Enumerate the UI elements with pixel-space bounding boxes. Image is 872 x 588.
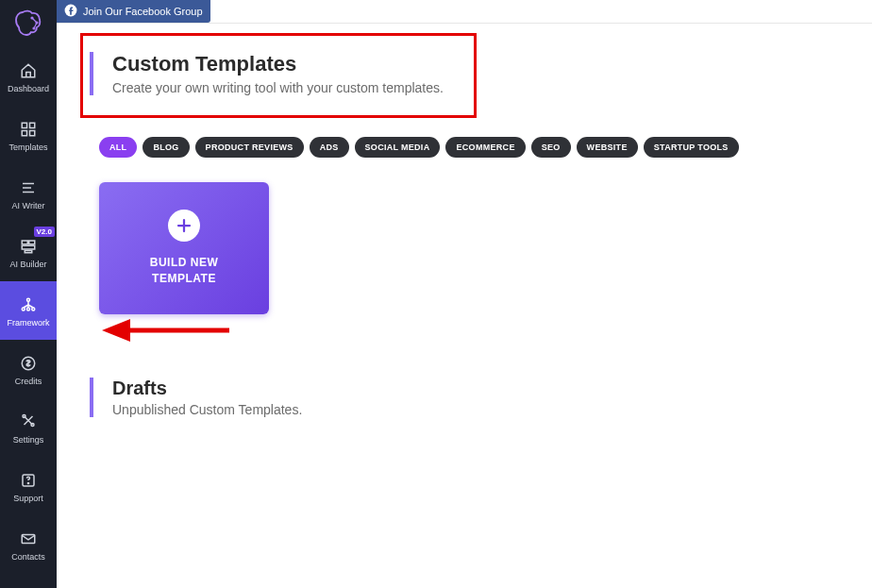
mail-icon bbox=[18, 529, 39, 549]
nav-label: Contacts bbox=[11, 553, 45, 562]
nav-label: Framework bbox=[7, 319, 49, 328]
drafts-subtitle: Unpublished Custom Templates. bbox=[112, 402, 302, 417]
svg-point-16 bbox=[27, 298, 30, 301]
filter-ecommerce[interactable]: ECOMMERCE bbox=[445, 137, 525, 158]
svg-point-17 bbox=[22, 308, 25, 311]
build-new-template-card[interactable]: BUILD NEWTEMPLATE bbox=[99, 182, 269, 314]
filter-blog[interactable]: BLOG bbox=[143, 137, 189, 158]
nav-label: Settings bbox=[13, 436, 44, 445]
nav-ai-builder[interactable]: V2.0 AI Builder bbox=[0, 223, 57, 281]
filter-seo[interactable]: SEO bbox=[531, 137, 571, 158]
svg-marker-32 bbox=[102, 319, 130, 342]
drafts-title-block: Drafts Unpublished Custom Templates. bbox=[90, 378, 302, 417]
annotation-arrow bbox=[102, 316, 234, 344]
svg-rect-12 bbox=[22, 241, 27, 244]
help-icon bbox=[18, 470, 39, 491]
filter-row: ALL BLOG PRODUCT REVIEWS ADS SOCIAL MEDI… bbox=[99, 137, 739, 158]
drafts-title: Drafts bbox=[112, 378, 302, 399]
tools-icon bbox=[18, 412, 39, 432]
filter-ads[interactable]: ADS bbox=[310, 137, 349, 158]
version-badge: V2.0 bbox=[34, 227, 55, 237]
nav-support[interactable]: Support bbox=[0, 457, 57, 515]
filter-social-media[interactable]: SOCIAL MEDIA bbox=[355, 137, 441, 158]
nav-ai-writer[interactable]: AI Writer bbox=[0, 164, 57, 223]
svg-point-18 bbox=[27, 308, 30, 311]
home-icon bbox=[18, 60, 39, 81]
build-card-text: BUILD NEWTEMPLATE bbox=[150, 255, 219, 287]
svg-rect-13 bbox=[29, 241, 35, 244]
main-content: Custom Templates Create your own writing… bbox=[57, 24, 872, 588]
page-title: Custom Templates bbox=[112, 52, 444, 76]
nav-label: AI Builder bbox=[9, 260, 46, 269]
svg-rect-8 bbox=[30, 130, 35, 135]
filter-website[interactable]: WEBSITE bbox=[577, 137, 638, 158]
page-subtitle: Create your own writing tool with your c… bbox=[112, 80, 444, 95]
svg-rect-15 bbox=[25, 250, 32, 252]
nav-templates[interactable]: Templates bbox=[0, 106, 57, 164]
svg-point-19 bbox=[32, 308, 35, 311]
nav-settings[interactable]: Settings bbox=[0, 398, 57, 457]
nav-contacts[interactable]: Contacts bbox=[0, 515, 57, 574]
filter-startup-tools[interactable]: STARTUP TOOLS bbox=[644, 137, 739, 158]
svg-rect-6 bbox=[30, 123, 35, 127]
svg-rect-7 bbox=[22, 130, 26, 135]
grid-icon bbox=[18, 119, 39, 140]
sidebar: Dashboard Templates AI Writer V2.0 AI Bu… bbox=[0, 0, 57, 588]
nav-framework[interactable]: Framework bbox=[0, 281, 57, 340]
page-title-block: Custom Templates Create your own writing… bbox=[90, 52, 444, 95]
nav-credits[interactable]: Credits bbox=[0, 340, 57, 398]
svg-point-28 bbox=[27, 482, 28, 483]
facebook-banner[interactable]: Join Our Facebook Group bbox=[57, 0, 210, 23]
facebook-icon bbox=[64, 4, 77, 19]
banner-text: Join Our Facebook Group bbox=[83, 6, 203, 17]
app-logo bbox=[0, 0, 57, 47]
nav-dashboard[interactable]: Dashboard bbox=[0, 47, 57, 106]
svg-line-3 bbox=[32, 18, 37, 23]
filter-product-reviews[interactable]: PRODUCT REVIEWS bbox=[195, 137, 304, 158]
nav-label: Templates bbox=[8, 143, 47, 152]
filter-all[interactable]: ALL bbox=[99, 137, 137, 158]
nav-label: Credits bbox=[15, 378, 42, 386]
plus-icon bbox=[168, 210, 200, 242]
nav-label: AI Writer bbox=[12, 202, 45, 210]
lines-icon bbox=[18, 177, 39, 198]
nav-label: Support bbox=[13, 495, 43, 503]
nav-label: Dashboard bbox=[8, 85, 49, 93]
svg-rect-5 bbox=[22, 123, 26, 127]
dollar-icon bbox=[18, 353, 39, 374]
bricks-icon bbox=[18, 236, 39, 257]
svg-rect-14 bbox=[22, 245, 35, 249]
network-icon bbox=[18, 294, 39, 315]
